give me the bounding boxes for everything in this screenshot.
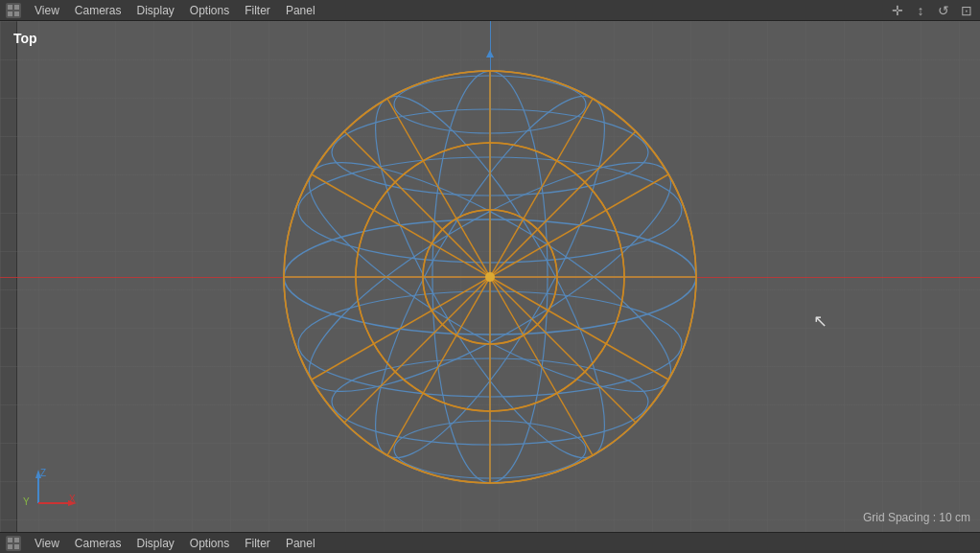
svg-text:X: X [69,494,76,504]
bottom-menu-bar: View Cameras Display Options Filter Pane… [0,532,980,553]
viewport[interactable]: Top [0,21,980,532]
svg-rect-51 [14,544,19,549]
bottom-menu-panel[interactable]: Panel [278,535,323,552]
menu-filter[interactable]: Filter [237,2,278,19]
refresh-icon[interactable]: ↺ [934,1,953,20]
top-menu-bar: View Cameras Display Options Filter Pane… [0,0,980,21]
svg-rect-4 [14,12,19,16]
menu-cameras[interactable]: Cameras [67,2,129,19]
svg-rect-50 [8,544,12,549]
svg-text:Z: Z [40,468,46,478]
axis-indicator: Z X Y [19,465,86,513]
bottom-menu-view[interactable]: View [27,535,67,552]
maximize-icon[interactable]: ⊡ [957,1,976,20]
menu-display[interactable]: Display [128,2,181,19]
svg-text:Y: Y [23,496,30,507]
grid-spacing-label: Grid Spacing : 10 cm [863,511,970,524]
viewport-label: Top [13,31,37,46]
resize-icon[interactable]: ↕ [911,1,930,20]
menu-view[interactable]: View [27,2,67,19]
sphere-wireframe [269,57,711,497]
bottom-menu-options[interactable]: Options [182,535,237,552]
svg-rect-2 [14,5,19,10]
bottom-menu-filter[interactable]: Filter [237,535,278,552]
svg-rect-3 [8,12,12,16]
bottom-menu-cameras[interactable]: Cameras [67,535,129,552]
svg-rect-1 [8,5,12,10]
toolbar-right: ✛ ↕ ↺ ⊡ [888,1,976,20]
app-icon [4,1,23,20]
svg-rect-48 [8,538,12,542]
bottom-menu-display[interactable]: Display [128,535,181,552]
svg-rect-49 [14,538,19,542]
move-icon[interactable]: ✛ [888,1,907,20]
bottom-app-icon [4,534,23,553]
svg-point-39 [485,272,495,282]
menu-panel[interactable]: Panel [278,2,323,19]
menu-options[interactable]: Options [182,2,237,19]
